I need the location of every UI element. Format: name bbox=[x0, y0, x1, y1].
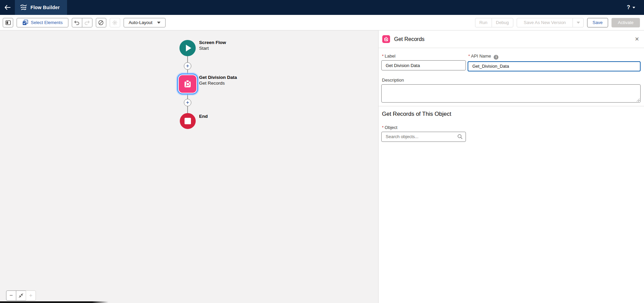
activate-label: Activate bbox=[618, 20, 634, 25]
stop-icon bbox=[185, 118, 191, 124]
zoom-controls: − + bbox=[6, 290, 36, 301]
get-records-glyph-icon bbox=[383, 36, 389, 42]
select-elements-label: Select Elements bbox=[31, 20, 63, 25]
panel-title: Get Records bbox=[394, 36, 425, 42]
save-as-new-version-label: Save As New Version bbox=[524, 20, 566, 25]
select-elements-button[interactable]: Select Elements bbox=[17, 18, 68, 27]
label-input[interactable] bbox=[381, 60, 466, 70]
undo-button[interactable] bbox=[72, 18, 82, 27]
add-element-button-1[interactable]: + bbox=[184, 62, 191, 70]
api-name-input[interactable] bbox=[468, 61, 641, 71]
object-search-input[interactable] bbox=[381, 132, 466, 142]
plus-icon: + bbox=[186, 100, 189, 105]
help-caret-icon bbox=[632, 7, 635, 8]
search-icon bbox=[457, 134, 463, 139]
plus-icon: + bbox=[29, 292, 33, 299]
zoom-out-button[interactable]: − bbox=[6, 290, 16, 301]
panel-toggle-icon bbox=[5, 20, 11, 25]
object-field: *Object bbox=[381, 125, 466, 142]
add-element-button-2[interactable]: + bbox=[184, 99, 191, 106]
window-edge-strip bbox=[0, 301, 108, 303]
help-icon: ? bbox=[627, 4, 630, 10]
api-name-field-label: *API Namei bbox=[468, 53, 641, 60]
save-label: Save bbox=[593, 20, 603, 25]
run-label: Run bbox=[479, 20, 488, 25]
get-records-node[interactable] bbox=[179, 75, 196, 93]
description-textarea[interactable] bbox=[381, 84, 641, 103]
help-menu-button[interactable]: ? bbox=[627, 4, 635, 10]
app-title: Flow Builder bbox=[30, 5, 60, 10]
flow-toolbar: Select Elements Auto-Layout Run Debug Sa… bbox=[0, 15, 644, 30]
save-as-new-version-button[interactable]: Save As New Version bbox=[517, 18, 573, 27]
panel-header: Get Records ✕ bbox=[379, 30, 644, 48]
start-node[interactable] bbox=[179, 40, 196, 56]
play-icon bbox=[186, 45, 191, 51]
get-records-icon bbox=[182, 79, 193, 89]
section-divider bbox=[379, 106, 644, 106]
close-panel-button[interactable]: ✕ bbox=[635, 37, 639, 42]
debug-button[interactable]: Debug bbox=[492, 18, 513, 27]
gear-icon bbox=[112, 20, 117, 25]
end-node[interactable] bbox=[180, 113, 196, 129]
start-node-title: Screen Flow bbox=[199, 40, 226, 45]
layout-mode-dropdown[interactable]: Auto-Layout bbox=[124, 18, 166, 27]
app-tab-flow-builder[interactable]: Flow Builder bbox=[15, 0, 67, 15]
redo-icon bbox=[84, 20, 90, 25]
layout-dropdown-caret-icon bbox=[157, 22, 160, 24]
object-field-label: *Object bbox=[382, 125, 466, 130]
get-records-node-title: Get Division Data bbox=[199, 75, 237, 80]
undo-icon bbox=[74, 20, 80, 25]
get-records-node-subtitle: Get Records bbox=[199, 81, 237, 86]
start-node-label: Screen Flow Start bbox=[199, 40, 226, 51]
required-asterisk: * bbox=[468, 53, 470, 59]
toggle-toolbox-button[interactable] bbox=[3, 18, 13, 27]
description-field: Description bbox=[381, 78, 641, 103]
flow-builder-logo-icon bbox=[20, 4, 27, 11]
label-field: *Label bbox=[381, 53, 466, 71]
flow-errors-button[interactable] bbox=[96, 18, 106, 27]
save-button[interactable]: Save bbox=[587, 18, 608, 27]
required-asterisk: * bbox=[382, 125, 384, 130]
collapse-icon bbox=[19, 293, 23, 298]
select-elements-icon bbox=[22, 20, 28, 25]
activate-button[interactable]: Activate bbox=[611, 18, 640, 27]
zoom-in-button[interactable]: + bbox=[26, 290, 36, 301]
start-node-subtitle: Start bbox=[199, 46, 226, 51]
minus-icon: − bbox=[9, 292, 13, 299]
save-as-dropdown-button[interactable] bbox=[573, 18, 584, 27]
flow-canvas[interactable]: Screen Flow Start + Get Division Data Ge… bbox=[0, 30, 378, 303]
ban-icon bbox=[98, 20, 104, 25]
api-name-field: *API Namei bbox=[468, 53, 641, 71]
redo-button[interactable] bbox=[82, 18, 92, 27]
end-node-label: End bbox=[199, 114, 208, 119]
info-icon[interactable]: i bbox=[494, 55, 498, 60]
save-as-caret-icon bbox=[577, 22, 580, 24]
plus-icon: + bbox=[186, 63, 189, 69]
back-arrow-icon bbox=[4, 5, 10, 10]
layout-mode-label: Auto-Layout bbox=[129, 20, 152, 25]
settings-button[interactable] bbox=[110, 18, 120, 27]
run-button[interactable]: Run bbox=[475, 18, 492, 27]
panel-body: *Label *API Namei Description Get Record… bbox=[379, 48, 644, 142]
fit-to-view-button[interactable] bbox=[16, 290, 26, 301]
section-title: Get Records of This Object bbox=[382, 111, 641, 117]
description-field-label: Description bbox=[382, 78, 641, 83]
required-asterisk: * bbox=[382, 53, 384, 59]
get-records-node-label: Get Division Data Get Records bbox=[199, 75, 237, 86]
label-field-label: *Label bbox=[382, 53, 466, 59]
debug-label: Debug bbox=[496, 20, 509, 25]
get-records-panel-icon bbox=[382, 35, 390, 43]
end-node-title: End bbox=[199, 114, 208, 119]
app-header: Flow Builder ? bbox=[0, 0, 644, 15]
element-properties-panel: Get Records ✕ *Label *API Namei Descript… bbox=[378, 30, 644, 303]
back-button[interactable] bbox=[0, 0, 15, 15]
